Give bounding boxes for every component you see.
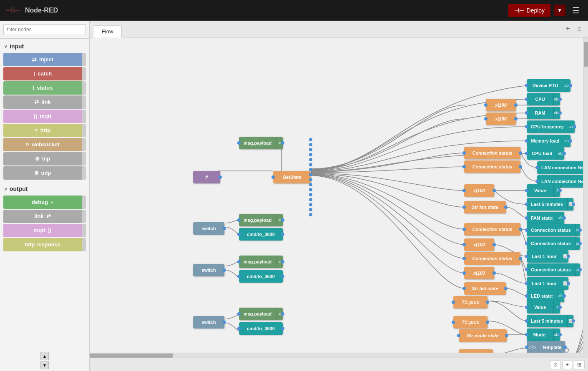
flow-node-msgpayload2[interactable]: msg.payload≡ [239,214,283,226]
palette-node-debug[interactable]: debug ≡ [3,196,86,209]
flow-node-last1hr1[interactable]: Last 1 hour📈 [527,250,568,263]
flow-node-connstatus-r1[interactable]: Connection statusabc [527,224,580,236]
flow-node-control[interactable]: Control [459,349,493,353]
flow-node-last5min2[interactable]: Last 5 minutes📈 [527,315,573,327]
flow-node-switch2[interactable]: switch [193,264,224,276]
flow-node-connstatus-r3[interactable]: Connection statusabc [527,263,580,276]
palette-node-http[interactable]: ⟳ http [3,124,86,137]
flow-node-cpu[interactable]: CPUabc [527,93,560,105]
node-label-last1hr2: Last 1 hour [527,281,562,286]
category-output-header[interactable]: ∨ output [0,183,89,195]
flow-node-tcprcs1[interactable]: TC-prcs [453,296,487,308]
flow-node-x100-1[interactable]: x|100 [486,99,516,111]
flow-node-msgpayload1[interactable]: msg.payload≡ [239,137,283,149]
flow-node-memload[interactable]: Memory loadabc [527,135,570,147]
flow-node-fanstate[interactable]: FAN state:abc [527,212,564,224]
filter-nodes-input[interactable] [3,24,86,35]
flow-node-strfanstate[interactable]: Str fan state [464,201,506,213]
tab-flow[interactable]: Flow [93,25,122,38]
port-left-msgpayload1 [237,141,241,145]
flow-node-cmdto36002[interactable]: cmd/to_3600 [239,270,283,283]
port-right-switch3 [223,321,226,324]
flow-node-value2[interactable]: Value↺ [527,301,560,313]
flow-canvas[interactable]: .conn { fill: none; stroke: #888; stroke… [90,38,583,353]
flow-node-cpufreq[interactable]: CPU frequencyabc [527,120,575,133]
flow-node-last5min1[interactable]: Last 5 minutes📈 [527,198,573,211]
link-port [82,95,86,109]
flow-node-x100-2[interactable]: x|100 [486,113,516,125]
zoom-fit-button[interactable]: ⊙ [550,360,561,369]
flow-node-getstate[interactable]: GetState [273,171,311,183]
flow-node-devicertu[interactable]: Device RTUabc [527,79,570,92]
node-label-msgpayload1: msg.payload [239,140,276,145]
tab-menu-button[interactable]: ≡ [574,25,585,33]
sidebar-scroll-controls: ▲ ▼ [0,350,89,371]
flow-node-connstatus-r2[interactable]: Connection statusabc [527,237,580,250]
sidebar-scroll-down[interactable]: ▼ [40,361,49,369]
flow-node-msgpayload3[interactable]: msg.payload≡ [239,256,283,268]
zoom-in-button[interactable]: + [563,360,572,369]
flow-node-ledstate[interactable]: LED state:abc [527,290,564,302]
sidebar-scroll-up[interactable]: ▲ [40,352,49,360]
flow-node-switch3[interactable]: switch [193,316,224,328]
flow-node-connstatus2[interactable]: Connection status [464,160,520,173]
port-right-connstatus4 [519,257,522,260]
flow-node-x100-5[interactable]: x|100 [464,267,494,279]
palette-node-status[interactable]: ! status [3,81,86,95]
flow-node-tcprcs2[interactable]: TC-prcs [453,316,487,328]
port-right-strfanstate [504,206,508,209]
node-label-connstatus3: Connection status [464,227,520,232]
palette-node-link-out[interactable]: link ⇄ [3,210,86,223]
palette-node-tcp[interactable]: ⊛ tcp [3,152,86,165]
flow-node-cpuload[interactable]: CPU loadabc [527,147,564,160]
node-label-x100-3: x|100 [464,188,494,193]
flow-node-cmdto36003[interactable]: cmd/to_3600 [239,322,283,335]
zoom-out-button[interactable]: ⊞ [574,360,585,369]
flow-node-cmdto36001[interactable]: cmd/to_3600 [239,228,283,241]
port-right-mode [558,333,562,336]
flow-node-strmodestate[interactable]: Str mode state [459,329,507,342]
deploy-dropdown-button[interactable]: ▼ [554,5,565,16]
status-icon: ! [33,81,35,95]
node-list: ∨ input ⇄ inject ! catch [0,39,89,350]
flow-node-strledstate[interactable]: Str led state [464,282,506,295]
flow-node-switch1[interactable]: switch [193,222,224,235]
deploy-button[interactable]: ⊣⊢ Deploy [508,4,551,17]
flow-node-template[interactable]: </>template [527,341,565,353]
flow-node-connstatus3[interactable]: Connection status [464,223,520,236]
node-label-getstate: GetState [273,175,311,180]
node-palette: ∨ input ⇄ inject ! catch [0,21,90,371]
port-left-cmdto36002 [237,275,241,278]
main-menu-button[interactable]: ☰ [569,3,583,18]
flow-node-value1[interactable]: Value↺ [527,184,560,197]
canvas-vscroll-thumb[interactable] [584,42,588,67]
node-label-memload: Memory load [527,138,564,143]
palette-node-http-response[interactable]: http response [3,238,86,251]
h-scroll-thumb[interactable] [90,353,173,358]
port-right-memload [569,139,572,143]
flow-node-ram[interactable]: RAMabc [527,107,560,119]
palette-node-udp[interactable]: ⊛ udp [3,166,86,180]
mqtt-out-port [82,224,86,237]
add-tab-button[interactable]: + [562,25,573,33]
flow-node-x100-4[interactable]: x|100 [464,238,494,251]
node-label-cmdto36002: cmd/to_3600 [239,274,283,279]
flow-node-hash[interactable]: # [193,171,220,183]
canvas-vertical-scrollbar[interactable] [583,38,588,353]
palette-node-catch[interactable]: ! catch [3,67,86,80]
flow-node-last1hr2[interactable]: Last 1 hour📈 [527,277,568,290]
horizontal-scrollbar[interactable] [90,353,588,358]
flow-node-lanconn1[interactable]: LAN connection №1abc [537,161,583,174]
flow-node-connstatus1[interactable]: Connection status [464,147,520,159]
palette-node-inject[interactable]: ⇄ inject [3,53,86,66]
palette-node-websocket[interactable]: ⟳ websocket [3,138,86,151]
flow-node-msgpayload4[interactable]: msg.payload≡ [239,308,283,320]
flow-node-connstatus4[interactable]: Connection status [464,252,520,265]
palette-node-mqtt-out[interactable]: mqtt )) [3,224,86,237]
category-input-header[interactable]: ∨ input [0,40,89,52]
palette-node-link[interactable]: ⇄ link [3,95,86,109]
flow-node-mode[interactable]: Mode:abc [527,328,560,341]
flow-node-x100-3[interactable]: x|100 [464,184,494,197]
node-label-x100-5: x|100 [464,271,494,276]
palette-node-mqtt[interactable]: )) mqtt [3,110,86,123]
